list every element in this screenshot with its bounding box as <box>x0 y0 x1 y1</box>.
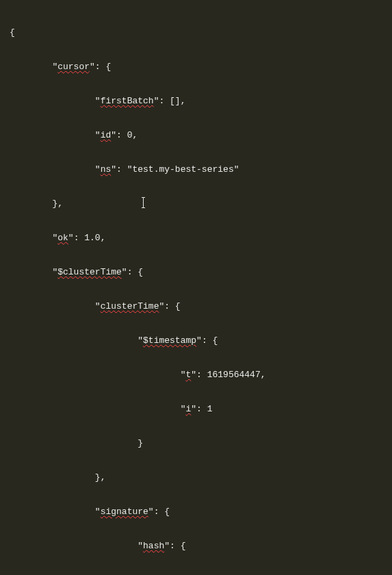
brace: }, <box>52 199 63 209</box>
code-line: "clusterTime": { <box>10 298 382 315</box>
code-editor[interactable]: { "cursor": { "firstBatch": [], "id": 0,… <box>0 0 392 575</box>
code-line: "hash": { <box>10 537 382 554</box>
json-value: [] <box>170 96 181 106</box>
json-value: 1 <box>207 404 213 414</box>
json-key: hash <box>143 541 164 551</box>
code-line: "$binary": { <box>10 572 382 575</box>
json-key: cursor <box>57 62 90 72</box>
json-key: firstBatch <box>101 96 154 106</box>
json-value: 1619564447 <box>207 370 261 380</box>
json-key: id <box>101 130 112 140</box>
code-line: "id": 0, <box>10 127 382 144</box>
punct: , <box>181 96 186 106</box>
json-value: 1.0 <box>84 233 100 243</box>
punct: , <box>132 130 138 140</box>
brace: { <box>10 27 15 38</box>
code-line: "t": 1619564447, <box>10 366 382 383</box>
code-line: }, <box>10 195 382 212</box>
json-key: ns <box>101 164 112 175</box>
punct: : <box>159 96 170 106</box>
json-key: i <box>185 404 191 414</box>
code-line: "ns": "test.my-best-series" <box>10 161 382 178</box>
code-line: }, <box>10 469 382 486</box>
json-key: clusterTime <box>101 301 159 311</box>
punct: : <box>196 404 207 414</box>
punct: : { <box>164 301 180 311</box>
code-line: "ok": 1.0, <box>10 229 382 246</box>
punct: , <box>261 370 266 380</box>
punct: : <box>74 233 85 243</box>
brace: }, <box>95 472 106 483</box>
code-line: "signature": { <box>10 503 382 520</box>
json-key: signature <box>101 507 148 517</box>
punct: , <box>101 233 106 243</box>
punct: : { <box>154 507 170 517</box>
json-key: $timestamp <box>143 335 196 346</box>
code-line: { <box>10 24 382 41</box>
code-line: "i": 1 <box>10 400 382 418</box>
punct: : <box>116 130 127 140</box>
code-line: "$clusterTime": { <box>10 264 382 281</box>
json-value: "test.my-best-series" <box>127 164 239 175</box>
punct: : { <box>170 541 185 551</box>
brace: } <box>138 438 143 448</box>
code-line: "$timestamp": { <box>10 332 382 349</box>
punct: : <box>196 370 207 380</box>
json-key: t <box>185 370 191 380</box>
json-key: $clusterTime <box>57 267 122 277</box>
code-line: "cursor": { <box>10 58 382 75</box>
code-line: } <box>10 435 382 452</box>
punct: : { <box>127 267 143 277</box>
code-line: "firstBatch": [], <box>10 92 382 110</box>
punct: : { <box>95 62 111 72</box>
json-key: ok <box>57 233 68 243</box>
text-cursor-icon <box>143 197 144 208</box>
punct: : <box>116 164 127 175</box>
punct: : { <box>202 335 218 346</box>
